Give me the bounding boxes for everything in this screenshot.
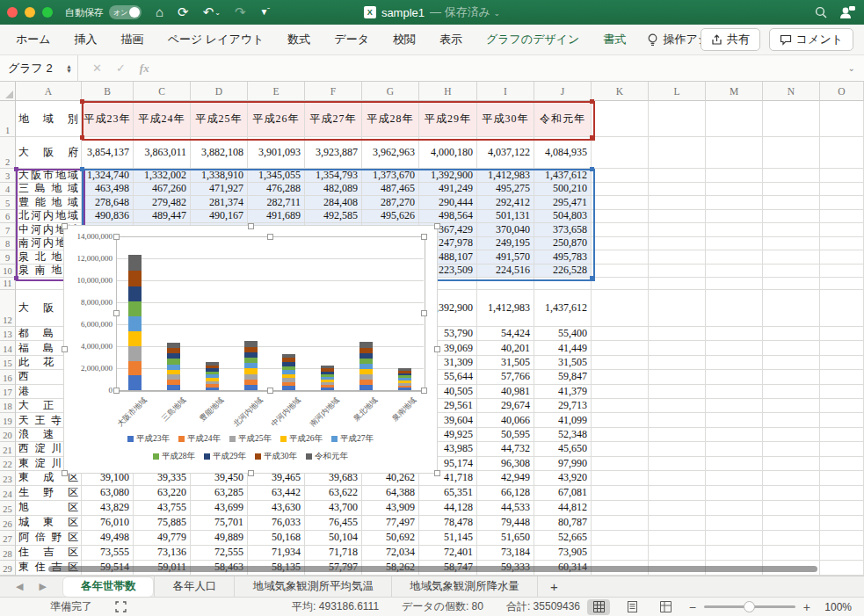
row-header-20[interactable]: 20 [0, 428, 16, 442]
cell-J25[interactable]: 44,812 [534, 501, 592, 516]
formula-input[interactable] [149, 55, 848, 81]
select-all-corner[interactable] [0, 82, 16, 101]
cell-O29[interactable] [820, 561, 864, 576]
selection-handle[interactable] [248, 223, 254, 229]
cell-J23[interactable]: 43,920 [534, 471, 592, 486]
cell-O14[interactable] [820, 341, 864, 355]
cell-L17[interactable] [649, 385, 706, 399]
sheet-next-icon[interactable]: ▶ [39, 581, 46, 592]
cell-J11[interactable] [534, 278, 592, 290]
sheet-tab-各年人口[interactable]: 各年人口 [154, 576, 234, 598]
column-header-G[interactable]: G [362, 82, 419, 101]
cell-K12[interactable] [592, 290, 649, 327]
cell-N22[interactable] [763, 457, 820, 471]
cell-M16[interactable] [706, 370, 763, 384]
cell-M23[interactable] [706, 471, 763, 486]
cell-O16[interactable] [820, 370, 864, 384]
row-header-16[interactable]: 16 [0, 370, 16, 384]
selection-handle[interactable] [62, 470, 68, 476]
zoom-slider-thumb[interactable] [744, 601, 755, 612]
page-layout-view-button[interactable] [621, 599, 643, 615]
cell-K24[interactable] [592, 486, 649, 501]
cell-M24[interactable] [706, 486, 763, 501]
cell-D24[interactable]: 63,285 [191, 486, 248, 501]
cell-L24[interactable] [649, 486, 706, 501]
cell-B5[interactable]: 278,648 [82, 196, 134, 210]
row-header-12[interactable]: 12 [0, 290, 16, 327]
cell-I13[interactable]: 54,424 [477, 327, 534, 341]
cell-A3[interactable]: 大阪市地域 [16, 169, 82, 183]
cell-J8[interactable]: 250,870 [534, 237, 592, 251]
cell-M13[interactable] [706, 327, 763, 341]
cell-J10[interactable]: 226,528 [534, 265, 592, 279]
cell-H3[interactable]: 1,392,900 [419, 169, 477, 183]
cell-E6[interactable]: 491,689 [248, 210, 305, 224]
cell-F26[interactable]: 76,455 [305, 516, 362, 531]
column-header-O[interactable]: O [820, 82, 864, 101]
selection-handle[interactable] [267, 234, 273, 240]
cell-I11[interactable] [477, 278, 534, 290]
row-header-9[interactable]: 9 [0, 250, 16, 265]
cell-M17[interactable] [706, 385, 763, 399]
cell-O19[interactable] [820, 413, 864, 427]
cell-L14[interactable] [649, 341, 706, 355]
cell-K27[interactable] [592, 531, 649, 546]
row-header-19[interactable]: 19 [0, 413, 16, 427]
cell-N8[interactable] [763, 237, 820, 251]
cell-M25[interactable] [706, 501, 763, 516]
cell-F27[interactable]: 50,104 [305, 531, 362, 546]
cell-K11[interactable] [592, 278, 649, 290]
cell-J24[interactable]: 67,081 [534, 486, 592, 501]
cell-L11[interactable] [649, 278, 706, 290]
row-header-5[interactable]: 5 [0, 196, 16, 210]
cell-A24[interactable]: 生野区 [16, 486, 82, 501]
row-header-17[interactable]: 17 [0, 385, 16, 399]
cell-M12[interactable] [706, 290, 763, 327]
sheet-tab-各年世帯数[interactable]: 各年世帯数 [62, 576, 155, 598]
cell-J13[interactable]: 55,400 [534, 327, 592, 341]
zoom-out-icon[interactable]: − [689, 600, 696, 614]
cell-N25[interactable] [763, 501, 820, 516]
cell-G5[interactable]: 287,270 [362, 196, 419, 210]
cell-O13[interactable] [820, 327, 864, 341]
cell-I28[interactable]: 73,184 [477, 546, 534, 561]
cell-I7[interactable]: 370,040 [477, 223, 534, 237]
cell-M4[interactable] [706, 183, 763, 197]
cell-L13[interactable] [649, 327, 706, 341]
cell-K15[interactable] [592, 356, 649, 370]
cell-G6[interactable]: 495,626 [362, 210, 419, 224]
cell-M28[interactable] [706, 546, 763, 561]
cell-N10[interactable] [763, 265, 820, 279]
cell-F1[interactable]: 平成27年 [305, 101, 362, 137]
cell-K2[interactable] [592, 137, 649, 169]
cell-I21[interactable]: 44,732 [477, 442, 534, 456]
cell-I24[interactable]: 66,128 [477, 486, 534, 501]
plot-area-frame[interactable] [116, 236, 425, 392]
cell-H5[interactable]: 290,444 [419, 196, 477, 210]
cell-K16[interactable] [592, 370, 649, 384]
ribbon-tab-描画[interactable]: 描画 [121, 32, 144, 47]
cell-O26[interactable] [820, 516, 864, 531]
row-header-22[interactable]: 22 [0, 457, 16, 471]
row-header-27[interactable]: 27 [0, 531, 16, 546]
cell-B26[interactable]: 76,010 [82, 516, 134, 531]
row-header-25[interactable]: 25 [0, 501, 16, 516]
cell-J14[interactable]: 41,449 [534, 341, 592, 355]
cell-C3[interactable]: 1,332,002 [134, 169, 191, 183]
cell-J15[interactable]: 31,505 [534, 356, 592, 370]
cell-N11[interactable] [763, 278, 820, 290]
selection-handle[interactable] [434, 470, 440, 476]
embedded-chart[interactable]: 02,000,0004,000,0006,000,0008,000,00010,… [63, 225, 438, 474]
cell-I19[interactable]: 40,066 [477, 413, 534, 427]
cell-L26[interactable] [649, 516, 706, 531]
cell-B6[interactable]: 490,836 [82, 210, 134, 224]
cell-I8[interactable]: 249,195 [477, 237, 534, 251]
selection-handle[interactable] [434, 346, 440, 352]
cell-N24[interactable] [763, 486, 820, 501]
cell-O24[interactable] [820, 486, 864, 501]
row-header-4[interactable]: 4 [0, 183, 16, 197]
cell-E28[interactable]: 71,934 [248, 546, 305, 561]
cell-D4[interactable]: 471,927 [191, 183, 248, 197]
cell-K8[interactable] [592, 237, 649, 251]
autosave-toggle[interactable]: オン [109, 5, 142, 19]
